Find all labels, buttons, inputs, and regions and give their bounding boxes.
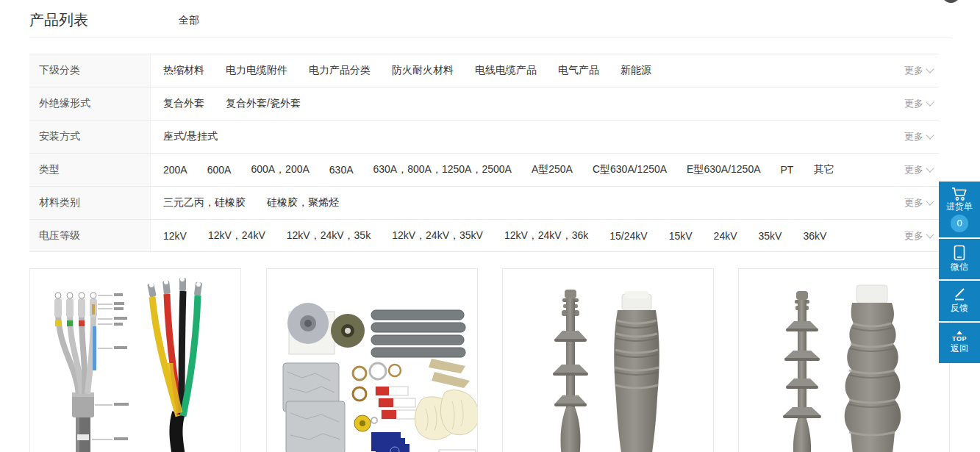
filter-option[interactable]: 12kV，24kV，35kV bbox=[392, 229, 483, 243]
filter-row-mounting: 安装方式 座式/悬挂式 更多 bbox=[29, 120, 939, 153]
feedback-button[interactable]: 反馈 bbox=[939, 281, 980, 321]
more-button[interactable]: 更多 bbox=[893, 87, 939, 120]
more-label: 更多 bbox=[904, 97, 923, 110]
filter-row-insulation-form: 外绝缘形式 复合外套 复合外套/瓷外套 更多 bbox=[29, 87, 939, 120]
chevron-down-icon bbox=[926, 98, 934, 106]
filter-option[interactable]: 24kV bbox=[714, 230, 737, 242]
filter-option[interactable]: 座式/悬挂式 bbox=[163, 130, 218, 143]
filter-label: 下级分类 bbox=[29, 54, 151, 87]
chevron-down-icon bbox=[926, 230, 934, 238]
page-title: 产品列表 bbox=[29, 10, 88, 30]
filter-items: 12kV 12kV，24kV 12kV，24kV，35k 12kV，24kV，3… bbox=[151, 220, 893, 251]
more-label: 更多 bbox=[904, 64, 923, 77]
more-label: 更多 bbox=[904, 229, 923, 243]
header-divider bbox=[29, 37, 951, 37]
filter-label: 电压等级 bbox=[29, 220, 151, 251]
product-image-outdoor-termination-pair bbox=[739, 269, 950, 452]
filter-option[interactable]: E型630A/1250A bbox=[687, 163, 760, 176]
filter-option[interactable]: 12kV bbox=[163, 230, 187, 242]
filter-label: 材料类别 bbox=[29, 187, 151, 219]
filter-option[interactable]: 12kV，24kV bbox=[208, 229, 265, 243]
filter-option[interactable]: 15/24kV bbox=[609, 230, 647, 242]
back-label: 返回 bbox=[951, 342, 968, 355]
more-button[interactable]: 更多 bbox=[893, 187, 939, 219]
filter-row-type: 类型 200A 600A 600A，200A 630A 630A，800A，12… bbox=[29, 153, 939, 186]
filter-row-voltage: 电压等级 12kV 12kV，24kV 12kV，24kV，35k 12kV，2… bbox=[29, 219, 939, 252]
filter-option[interactable]: 电线电缆产品 bbox=[475, 64, 537, 77]
filter-option[interactable]: 热缩材料 bbox=[163, 64, 204, 77]
filter-option[interactable]: 200A bbox=[163, 164, 187, 176]
product-image-termination-pair bbox=[503, 269, 714, 452]
filter-option[interactable]: 15kV bbox=[669, 230, 693, 242]
filter-items: 200A 600A 600A，200A 630A 630A，800A，1250A… bbox=[151, 154, 893, 186]
filter-option[interactable]: 12kV，24kV，35k bbox=[287, 229, 371, 243]
filter-option[interactable]: 600A bbox=[207, 164, 232, 176]
more-label: 更多 bbox=[904, 196, 923, 209]
page-header: 产品列表 全部 bbox=[29, 10, 951, 37]
filter-items: 三元乙丙，硅橡胶 硅橡胶，聚烯烃 bbox=[151, 187, 893, 219]
product-card[interactable] bbox=[29, 268, 241, 452]
cart-icon bbox=[951, 187, 968, 201]
filter-option[interactable]: 三元乙丙，硅橡胶 bbox=[163, 196, 246, 209]
filter-option[interactable]: PT bbox=[781, 164, 794, 176]
cart-button[interactable]: 进货单 0 bbox=[939, 182, 980, 237]
more-label: 更多 bbox=[904, 130, 923, 143]
filter-option[interactable]: 36kV bbox=[803, 230, 826, 242]
filter-option[interactable]: 电力电缆附件 bbox=[226, 64, 287, 77]
more-button[interactable]: 更多 bbox=[893, 54, 939, 87]
filter-option[interactable]: 630A，800A，1250A，2500A bbox=[373, 163, 512, 176]
filter-option[interactable]: 600A，200A bbox=[251, 163, 309, 176]
top-word: TOP bbox=[952, 336, 967, 342]
filter-option[interactable]: 630A bbox=[329, 164, 354, 176]
filter-items: 座式/悬挂式 bbox=[151, 121, 893, 153]
filter-table: 下级分类 热缩材料 电力电缆附件 电力产品分类 防火耐火材料 电线电缆产品 电气… bbox=[29, 54, 939, 252]
filter-option[interactable]: 复合外套/瓷外套 bbox=[226, 97, 301, 110]
more-button[interactable]: 更多 bbox=[893, 154, 939, 186]
filter-option[interactable]: 新能源 bbox=[620, 64, 651, 77]
filter-option[interactable]: 电力产品分类 bbox=[309, 64, 371, 77]
wechat-label: 微信 bbox=[951, 261, 968, 273]
wechat-button[interactable]: 微信 bbox=[939, 239, 980, 279]
cart-count-badge: 0 bbox=[951, 215, 968, 232]
chevron-down-icon bbox=[926, 65, 934, 73]
cart-label: 进货单 bbox=[946, 201, 973, 213]
filter-option[interactable]: 复合外套 bbox=[163, 97, 204, 110]
floating-widget-partial[interactable] bbox=[942, 0, 960, 3]
more-label: 更多 bbox=[904, 163, 923, 176]
mobile-phone-icon bbox=[954, 245, 965, 261]
back-to-top-button[interactable]: TOP 返回 bbox=[939, 323, 980, 363]
product-image-cable-termination bbox=[30, 269, 241, 452]
filter-option[interactable]: 硅橡胶，聚烯烃 bbox=[267, 196, 339, 209]
feedback-label: 反馈 bbox=[951, 302, 968, 315]
filter-option[interactable]: 12kV，24kV，36k bbox=[504, 229, 588, 243]
chevron-down-icon bbox=[926, 131, 934, 139]
filter-label: 外绝缘形式 bbox=[29, 87, 151, 120]
filter-items: 热缩材料 电力电缆附件 电力产品分类 防火耐火材料 电线电缆产品 电气产品 新能… bbox=[151, 54, 893, 87]
filter-label: 类型 bbox=[29, 154, 151, 186]
filter-option[interactable]: 防火耐火材料 bbox=[392, 64, 454, 77]
filter-row-subcategory: 下级分类 热缩材料 电力电缆附件 电力产品分类 防火耐火材料 电线电缆产品 电气… bbox=[29, 54, 939, 87]
filter-row-material: 材料类别 三元乙丙，硅橡胶 硅橡胶，聚烯烃 更多 bbox=[29, 186, 939, 219]
product-card[interactable] bbox=[738, 268, 950, 452]
filter-label: 安装方式 bbox=[29, 121, 151, 153]
chevron-down-icon bbox=[926, 164, 934, 172]
more-button[interactable]: 更多 bbox=[893, 220, 939, 251]
product-card[interactable] bbox=[502, 268, 714, 452]
filter-option[interactable]: 35kV bbox=[759, 230, 782, 242]
product-card[interactable] bbox=[266, 268, 478, 452]
filter-option[interactable]: A型250A bbox=[532, 163, 573, 176]
chevron-down-icon bbox=[926, 197, 934, 205]
filter-items: 复合外套 复合外套/瓷外套 bbox=[151, 87, 893, 120]
tab-all[interactable]: 全部 bbox=[179, 14, 199, 27]
floating-side-menu: 进货单 0 微信 反馈 TOP 返回 bbox=[939, 182, 980, 365]
more-button[interactable]: 更多 bbox=[893, 121, 939, 153]
filter-option[interactable]: 其它 bbox=[813, 163, 834, 176]
arrow-up-icon bbox=[956, 331, 962, 334]
filter-option[interactable]: C型630A/1250A bbox=[593, 163, 667, 176]
pencil-icon bbox=[952, 287, 967, 302]
product-image-accessory-kit bbox=[267, 269, 478, 452]
filter-option[interactable]: 电气产品 bbox=[558, 64, 599, 77]
